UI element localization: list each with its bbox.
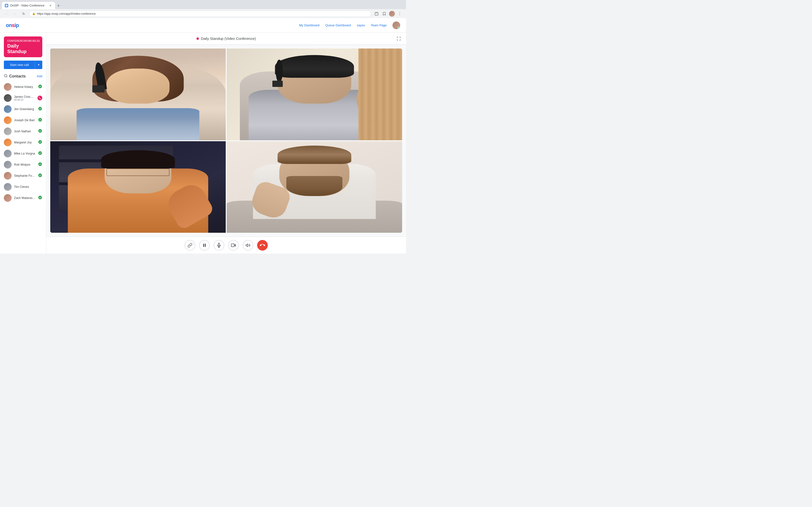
contact-info-rob: Rob Wolpov: [14, 163, 36, 166]
team-page-link[interactable]: Team Page: [371, 23, 387, 27]
contact-info-helene: Helene Kidary: [14, 85, 36, 89]
svg-point-9: [39, 174, 42, 177]
svg-point-8: [39, 163, 42, 166]
contacts-title: Contacts: [9, 74, 35, 78]
contacts-section: Contacts Add Helene Kidary: [4, 74, 42, 249]
contact-avatar-stephanie: [4, 172, 12, 180]
link-button[interactable]: [185, 240, 195, 250]
contact-info-joseph: Joseph De Bari: [14, 119, 36, 122]
svg-point-5: [39, 129, 42, 133]
start-new-call-button[interactable]: Start new call: [4, 61, 35, 69]
contact-item-rob[interactable]: Rob Wolpov: [4, 159, 42, 170]
tab-bar: OnSIP - Video Conference ✕ +: [0, 0, 406, 9]
status-available-mike: [38, 151, 42, 156]
back-button[interactable]: ←: [3, 10, 10, 17]
contact-item-jim[interactable]: Jim Greenberg: [4, 104, 42, 115]
contact-avatar-jim: [4, 105, 12, 113]
refresh-button[interactable]: ↻: [20, 10, 27, 17]
contacts-header: Contacts Add: [4, 74, 42, 78]
status-busy-james: [38, 96, 42, 101]
contact-item-zach[interactable]: Zach Matarasso: [4, 192, 42, 204]
start-call-container: Start new call ▼: [4, 61, 42, 69]
contact-avatar-josh: [4, 127, 12, 135]
conferencing-call-title: Daily Standup: [7, 43, 39, 54]
pause-button[interactable]: [199, 240, 210, 250]
status-available-joseph: [38, 118, 42, 123]
video-cell-4: [227, 141, 402, 233]
contact-info-josh: Josh Nathan: [14, 130, 36, 133]
tab-title: OnSIP - Video Conference: [10, 4, 46, 7]
forward-button[interactable]: →: [12, 10, 18, 17]
user-avatar[interactable]: [393, 21, 400, 29]
video-header: Daily Standup (Video Conference): [46, 33, 406, 45]
svg-point-7: [39, 151, 42, 155]
contact-avatar-tim: [4, 183, 12, 191]
svg-point-10: [39, 196, 42, 200]
speaker-button[interactable]: [243, 240, 253, 250]
video-cell-3: [50, 141, 226, 233]
contacts-add-button[interactable]: Add: [37, 74, 42, 78]
status-available-jim: [38, 107, 42, 112]
svg-marker-17: [246, 244, 248, 247]
conferencing-label: CONFERENCING 00:02:21: [7, 39, 39, 42]
tab-close-button[interactable]: ✕: [48, 4, 52, 7]
contact-avatar-helene: [4, 83, 12, 91]
contact-item-margaret[interactable]: Margaret Joy: [4, 137, 42, 148]
start-call-dropdown-button[interactable]: ▼: [35, 61, 42, 69]
toolbar-actions: ⋮: [373, 10, 403, 17]
svg-point-4: [39, 118, 42, 122]
my-dashboard-link[interactable]: My Dashboard: [299, 23, 319, 27]
contact-item-josh[interactable]: Josh Nathan: [4, 126, 42, 137]
status-available-josh: [38, 129, 42, 134]
menu-icon[interactable]: ⋮: [396, 10, 403, 17]
svg-rect-12: [205, 243, 206, 247]
cast-icon[interactable]: [373, 10, 380, 17]
contact-avatar-rob: [4, 161, 12, 169]
svg-marker-15: [234, 244, 236, 246]
video-grid: [50, 49, 402, 233]
lock-icon: 🔒: [32, 12, 36, 15]
video-call-title: Daily Standup (Video Conference): [197, 37, 256, 41]
microphone-button[interactable]: [214, 240, 224, 250]
contact-item-james[interactable]: James Criscuolo 00:00:10: [4, 93, 42, 104]
sayso-link[interactable]: sayso: [357, 23, 365, 27]
end-call-button[interactable]: [257, 240, 268, 250]
conferencing-card[interactable]: CONFERENCING 00:02:21 Daily Standup: [4, 37, 42, 57]
header-nav: My Dashboard Queue Dashboard sayso Team …: [299, 21, 400, 29]
camera-button[interactable]: [228, 240, 239, 250]
contact-info-james: James Criscuolo 00:00:10: [14, 95, 35, 101]
sidebar: CONFERENCING 00:02:21 Daily Standup Star…: [0, 33, 46, 253]
video-cell-1: [50, 49, 226, 140]
contact-info-jim: Jim Greenberg: [14, 107, 36, 111]
status-available-stephanie: [38, 173, 42, 178]
status-available-rob: [38, 162, 42, 167]
contacts-search-icon[interactable]: [4, 74, 8, 78]
avatar-online-indicator: [398, 27, 400, 29]
app-layout: onsip My Dashboard Queue Dashboard sayso…: [0, 18, 406, 253]
active-tab[interactable]: OnSIP - Video Conference ✕: [2, 2, 55, 9]
contact-avatar-joseph: [4, 116, 12, 124]
fullscreen-button[interactable]: [395, 35, 402, 42]
address-bar[interactable]: 🔒 https://app.onsip.com/app/#/video-conf…: [29, 11, 371, 17]
live-indicator: [197, 38, 199, 40]
main-content: CONFERENCING 00:02:21 Daily Standup Star…: [0, 33, 406, 253]
svg-point-3: [39, 107, 42, 111]
new-tab-button[interactable]: +: [55, 2, 62, 9]
contact-item-mike[interactable]: Mike La Vorgna: [4, 148, 42, 159]
video-panel: Daily Standup (Video Conference): [46, 33, 406, 253]
profile-icon[interactable]: [389, 10, 395, 17]
contact-item-joseph[interactable]: Joseph De Bari: [4, 115, 42, 126]
contact-item-tim[interactable]: Tim Cleves: [4, 181, 42, 192]
app-header: onsip My Dashboard Queue Dashboard sayso…: [0, 18, 406, 33]
svg-rect-0: [375, 13, 378, 15]
contact-item-helene[interactable]: Helene Kidary: [4, 81, 42, 93]
browser-toolbar: ← → ↻ 🔒 https://app.onsip.com/app/#/vide…: [0, 9, 406, 18]
contact-item-stephanie[interactable]: Stephanie Fornino: [4, 170, 42, 181]
queue-dashboard-link[interactable]: Queue Dashboard: [325, 23, 351, 27]
contact-avatar-mike: [4, 150, 12, 157]
video-cell-2: [227, 49, 402, 140]
svg-point-2: [39, 85, 42, 89]
svg-point-6: [39, 140, 42, 144]
bookmark-icon[interactable]: [381, 10, 388, 17]
control-bar: [46, 237, 406, 253]
